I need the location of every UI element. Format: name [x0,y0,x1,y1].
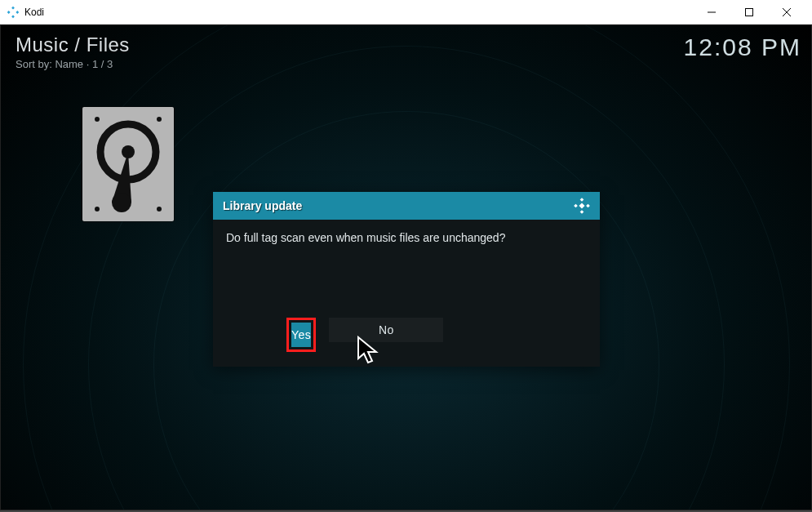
separator: · [83,58,92,70]
source-thumbnail[interactable] [82,107,174,221]
sort-prefix: Sort by: [16,58,55,70]
svg-point-8 [95,117,100,122]
library-update-dialog: Library update Do full tag scan even whe… [213,192,600,367]
window-controls [693,0,805,24]
svg-rect-16 [580,198,584,202]
clock: 12:08 PM [684,33,801,61]
dialog-message: Do full tag scan even when music files a… [213,220,600,318]
window-titlebar: Kodi [0,0,812,24]
hard-drive-icon [87,111,169,217]
window-title: Kodi [24,7,693,18]
breadcrumb: Music / Files [16,33,130,56]
dialog-buttons: Yes No [213,318,600,367]
close-button[interactable] [768,0,805,24]
svg-rect-19 [580,210,584,214]
annotation-highlight: Yes [286,318,316,352]
sort-value[interactable]: Name [55,58,83,70]
svg-rect-20 [579,203,584,208]
no-button[interactable]: No [329,318,443,342]
svg-rect-0 [11,6,15,9]
kodi-main: Music / Files Sort by: Name · 1 / 3 12:0… [0,24,812,510]
svg-rect-1 [7,11,11,14]
svg-rect-18 [586,204,590,208]
svg-point-10 [95,207,100,211]
svg-point-9 [157,117,162,122]
svg-rect-2 [16,11,19,14]
maximize-button[interactable] [730,0,768,24]
kodi-app-icon [7,6,20,19]
minimize-button[interactable] [693,0,730,24]
dialog-header: Library update [213,192,600,220]
svg-rect-5 [746,8,753,16]
item-position: 1 / 3 [92,58,113,70]
yes-button[interactable]: Yes [291,323,311,347]
dialog-title: Library update [223,199,302,212]
svg-point-11 [157,207,162,211]
svg-rect-17 [574,204,578,208]
svg-rect-3 [11,15,15,18]
sort-info: Sort by: Name · 1 / 3 [16,58,113,70]
kodi-logo-icon [574,198,590,214]
svg-point-15 [112,193,131,212]
